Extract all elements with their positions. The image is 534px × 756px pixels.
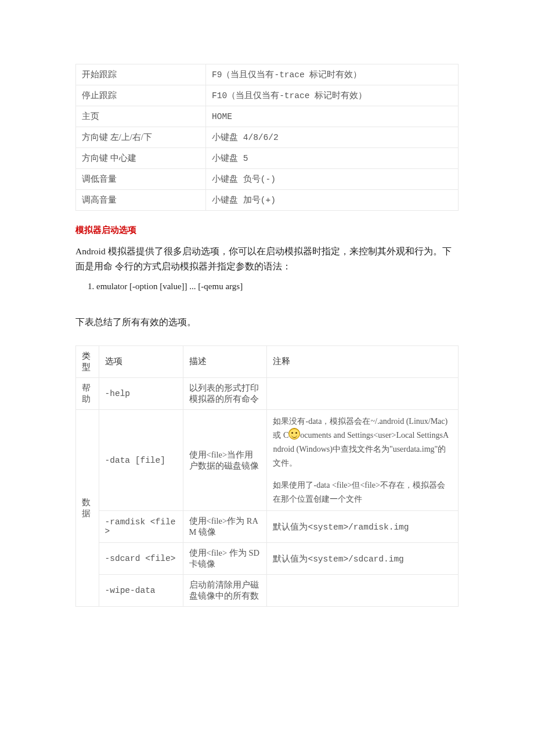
opt: -wipe-data [99,575,183,607]
table-row: -wipe-data 启动前清除用户磁盘镜像中的所有数 [76,575,459,607]
code-list: emulator [-option [value]] ... [-qemu ar… [75,282,459,291]
note: 默认值为<system>/ramdisk.img [267,511,459,543]
note [267,575,459,607]
col-type: 类型 [76,345,99,377]
desc: 使用<file>作为 RAM 镜像 [183,511,267,543]
table-row: 调高音量小键盘 加号(+) [76,190,459,211]
opt: -ramdisk <file> [99,511,183,543]
table-row: 帮助 -help 以列表的形式打印模拟器的所有命令 [76,377,459,409]
note: 如果没有-data，模拟器会在~/.android (Linux/Mac) 或 … [267,409,459,511]
table-row: 方向键 左/上/右/下小键盘 4/8/6/2 [76,127,459,148]
intro-paragraph-2: 下表总结了所有有效的选项。 [75,315,459,330]
desc: 使用<file>当作用户数据的磁盘镜像 [183,409,267,511]
cat-data: 数据 [76,409,99,607]
smiley-icon [288,428,300,440]
shortcut-name: 调低音量 [76,169,206,190]
table-row: -sdcard <file> 使用<file> 作为 SD 卡镜像 默认值为<s… [76,543,459,575]
cat-help: 帮助 [76,377,99,409]
opt: -help [99,377,183,409]
note [267,377,459,409]
shortcut-key: F10（当且仅当有-trace 标记时有效） [206,85,459,106]
opt: -data [file] [99,409,183,511]
table-row: 主页HOME [76,106,459,127]
code-line: emulator [-option [value]] ... [-qemu ar… [96,282,459,291]
shortcut-key: 小键盘 5 [206,148,459,169]
col-option: 选项 [99,345,183,377]
table-header-row: 类型 选项 描述 注释 [76,345,459,377]
shortcut-name: 停止跟踪 [76,85,206,106]
note: 默认值为<system>/sdcard.img [267,543,459,575]
opt: -sdcard <file> [99,543,183,575]
shortcut-key: 小键盘 加号(+) [206,190,459,211]
shortcut-key: 小键盘 负号(-) [206,169,459,190]
shortcut-key: 小键盘 4/8/6/2 [206,127,459,148]
col-desc: 描述 [183,345,267,377]
shortcut-name: 调高音量 [76,190,206,211]
table-row: 调低音量小键盘 负号(-) [76,169,459,190]
desc: 以列表的形式打印模拟器的所有命令 [183,377,267,409]
section-heading: 模拟器启动选项 [75,225,459,236]
table-row: -ramdisk <file> 使用<file>作为 RAM 镜像 默认值为<s… [76,511,459,543]
desc: 启动前清除用户磁盘镜像中的所有数 [183,575,267,607]
shortcut-name: 主页 [76,106,206,127]
col-notes: 注释 [267,345,459,377]
table-row: 停止跟踪F10（当且仅当有-trace 标记时有效） [76,85,459,106]
note-text-2: 如果使用了-data <file>但<file>不存在，模拟器会在那个位置创建一… [273,478,452,506]
table-row: 开始跟踪F9（当且仅当有-trace 标记时有效） [76,64,459,85]
options-table: 类型 选项 描述 注释 帮助 -help 以列表的形式打印模拟器的所有命令 数据… [75,345,459,607]
shortcut-key: HOME [206,106,459,127]
shortcut-name: 方向键 左/上/右/下 [76,127,206,148]
shortcut-name: 方向键 中心建 [76,148,206,169]
shortcut-key: F9（当且仅当有-trace 标记时有效） [206,64,459,85]
intro-paragraph-1: Android 模拟器提供了很多启动选项，你可以在启动模拟器时指定，来控制其外观… [75,244,459,273]
shortcut-table: 开始跟踪F9（当且仅当有-trace 标记时有效） 停止跟踪F10（当且仅当有-… [75,64,459,211]
table-row: 数据 -data [file] 使用<file>当作用户数据的磁盘镜像 如果没有… [76,409,459,511]
table-row: 方向键 中心建小键盘 5 [76,148,459,169]
note-text-b: ocuments and Settings<user>Local Setting… [273,431,449,467]
desc: 使用<file> 作为 SD 卡镜像 [183,543,267,575]
shortcut-name: 开始跟踪 [76,64,206,85]
